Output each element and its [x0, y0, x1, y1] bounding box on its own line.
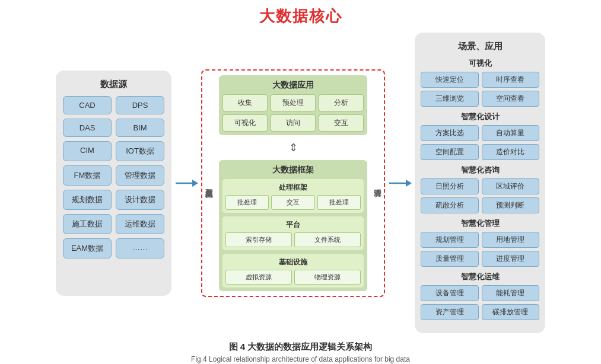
svg-marker-1: [192, 180, 198, 187]
scenario-group: 智慧化运维设备管理能耗管理资产管理碳排放管理: [421, 272, 539, 320]
bda-grid: 收集预处理分析可视化访问交互: [222, 94, 364, 132]
bdf-title: 大数据框架: [272, 165, 314, 175]
bda-item: 预处理: [271, 94, 316, 111]
source-item: IOT数据: [116, 141, 164, 161]
source-item: 运维数据: [116, 214, 164, 234]
bda-title: 大数据应用: [272, 80, 314, 91]
scenario-item: 区域评价: [482, 178, 540, 194]
plat-grid: 索引存储文件系统: [225, 232, 361, 247]
svg-marker-3: [406, 180, 412, 187]
scenario-item: 质量管理: [421, 251, 479, 267]
bda-item: 分析: [319, 94, 364, 111]
source-item: FM数据: [63, 165, 112, 186]
source-item: BIM: [116, 119, 164, 137]
scenario-item: 快速定位: [421, 72, 479, 88]
proc-section: 处理框架 批处理交互批处理: [222, 179, 364, 213]
infra-item: 物理资源: [294, 270, 361, 285]
scenario-group: 智慧化管理规划管理用地管理质量管理进度管理: [421, 218, 539, 267]
proc-title: 处理框架: [225, 183, 361, 193]
plat-title: 平台: [225, 220, 361, 230]
big-data-center: 信息交互框架 大数据应用 收集预处理分析可视化访问交互 ⇕ 大数据框架 处理框架: [201, 69, 385, 297]
plat-section: 平台 索引存储文件系统: [222, 216, 364, 250]
scenario-group-title: 智慧化咨询: [421, 165, 539, 175]
scenario-group: 可视化快速定位时序查看三维浏览空间查看: [421, 58, 539, 107]
source-item: CAD: [63, 96, 112, 114]
diagram-container: 数据源 CADDPSDASBIMCIMIOT数据FM数据管理数据规划数据设计数据…: [12, 33, 589, 333]
scenario-item: 碳排放管理: [482, 304, 540, 320]
scenario-item: 设备管理: [421, 285, 479, 301]
scenario-item: 空间配置: [421, 144, 479, 160]
scenario-item: 预测判断: [482, 197, 540, 213]
source-grid: CADDPSDASBIMCIMIOT数据FM数据管理数据规划数据设计数据施工数据…: [63, 96, 164, 258]
scenario-group-title: 智慧化运维: [421, 272, 539, 282]
source-item: 设计数据: [116, 190, 164, 210]
scenario-grid: 日照分析区域评价疏散分析预测判断: [421, 178, 539, 213]
scenario-item: 日照分析: [421, 178, 479, 194]
bda-item: 可视化: [222, 114, 268, 132]
plat-item: 文件系统: [294, 232, 361, 247]
scenario-item: 时序查看: [482, 72, 540, 88]
proc-grid: 批处理交互批处理: [225, 195, 361, 210]
source-item: 规划数据: [63, 190, 112, 210]
scenario-group-title: 智慧化设计: [421, 111, 539, 122]
data-source-title: 数据源: [100, 79, 127, 90]
scenario-item: 造价对比: [482, 144, 540, 160]
bda-section: 大数据应用 收集预处理分析可视化访问交互: [219, 75, 367, 135]
infra-section: 基础设施 虚拟资源物理资源: [222, 254, 364, 288]
scenarios-section: 场景、应用 可视化快速定位时序查看三维浏览空间查看智慧化设计方案比选自动算量空间…: [415, 33, 545, 333]
scenario-item: 三维浏览: [421, 91, 479, 107]
caption-cn: 图 4 大数据的数据应用逻辑关系架构: [191, 341, 410, 353]
infra-grid: 虚拟资源物理资源: [225, 270, 361, 285]
scenario-groups: 可视化快速定位时序查看三维浏览空间查看智慧化设计方案比选自动算量空间配置造价对比…: [421, 58, 539, 325]
scenario-group-title: 可视化: [421, 58, 539, 69]
scenario-group: 智慧化咨询日照分析区域评价疏散分析预测判断: [421, 165, 539, 213]
scenario-grid: 快速定位时序查看三维浏览空间查看: [421, 72, 539, 107]
source-item: DPS: [116, 96, 164, 114]
figure-caption: 图 4 大数据的数据应用逻辑关系架构 Fig.4 Logical relatio…: [191, 341, 410, 363]
scenarios-title: 场景、应用: [458, 41, 503, 52]
arrow-to-center: [171, 177, 201, 190]
source-item: DAS: [63, 119, 112, 137]
source-item: ……: [116, 238, 164, 258]
left-side-label: 信息交互框架: [202, 71, 215, 296]
scenario-item: 资产管理: [421, 304, 479, 320]
bda-item: 收集: [222, 94, 268, 111]
infra-title: 基础设施: [225, 257, 361, 267]
scenario-item: 疏散分析: [421, 197, 479, 213]
scenario-item: 自动算量: [482, 125, 540, 141]
scenario-item: 进度管理: [482, 251, 540, 267]
scenario-grid: 设备管理能耗管理资产管理碳排放管理: [421, 285, 539, 320]
scenario-item: 规划管理: [421, 232, 479, 248]
proc-item: 批处理: [225, 195, 269, 210]
arrow-to-scenarios: [385, 177, 415, 190]
source-item: 施工数据: [63, 214, 112, 234]
proc-item: 交互: [271, 195, 314, 210]
right-side-label: 资源管理: [371, 71, 384, 296]
proc-item: 批处理: [317, 195, 361, 210]
bda-item: 访问: [271, 114, 316, 132]
source-item: 管理数据: [116, 165, 164, 186]
plat-item: 索引存储: [225, 232, 292, 247]
scenario-item: 用地管理: [482, 232, 540, 248]
source-item: CIM: [63, 141, 112, 161]
scenario-group: 智慧化设计方案比选自动算量空间配置造价对比: [421, 111, 539, 160]
caption-en: Fig.4 Logical relationship architecture …: [191, 355, 410, 363]
data-source-section: 数据源 CADDPSDASBIMCIMIOT数据FM数据管理数据规划数据设计数据…: [56, 71, 171, 296]
scenario-item: 空间查看: [482, 91, 540, 107]
scenario-item: 能耗管理: [482, 285, 540, 301]
scenario-grid: 规划管理用地管理质量管理进度管理: [421, 232, 539, 267]
scenario-item: 方案比选: [421, 125, 479, 141]
scenario-group-title: 智慧化管理: [421, 218, 539, 229]
double-arrow: ⇕: [219, 141, 367, 154]
center-content: 大数据应用 收集预处理分析可视化访问交互 ⇕ 大数据框架 处理框架 批处理交互批…: [215, 71, 371, 296]
scenario-grid: 方案比选自动算量空间配置造价对比: [421, 125, 539, 160]
source-item: EAM数据: [63, 238, 112, 258]
infra-item: 虚拟资源: [225, 270, 292, 285]
bdf-section: 大数据框架 处理框架 批处理交互批处理 平台 索引存储文件系统: [219, 160, 367, 291]
main-title: 大数据核心: [259, 6, 342, 27]
bda-item: 交互: [319, 114, 364, 132]
